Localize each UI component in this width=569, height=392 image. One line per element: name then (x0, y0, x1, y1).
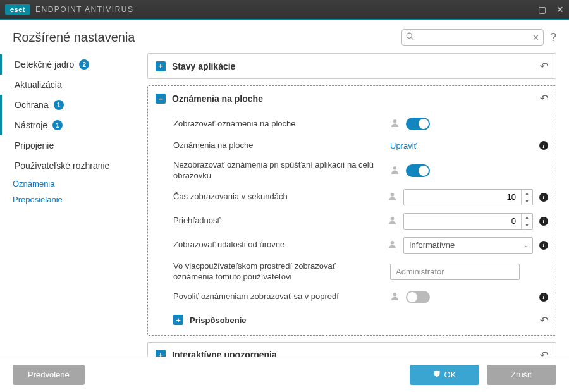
level-select[interactable]: Informatívne ⌄ (403, 237, 533, 254)
ok-button[interactable]: OK (410, 365, 479, 385)
toggle-fullscreen-suppress[interactable] (406, 164, 430, 177)
sidebar-item-label: Nástroje (15, 120, 47, 130)
step-up-icon[interactable]: ▲ (522, 190, 532, 198)
defaults-button[interactable]: Predvolené (13, 365, 85, 385)
row-transparency: Priehľadnosť ▲ ▼ i (148, 209, 556, 233)
content: + Stavy aplikácie ↶ – Oznámenia na ploch… (136, 51, 569, 357)
product-name: ENDPOINT ANTIVIRUS (35, 5, 133, 14)
collapse-icon: – (156, 94, 166, 104)
sidebar-item-update[interactable]: Aktualizácia (0, 75, 136, 95)
sidebar-item-label: Pripojenie (15, 140, 54, 150)
controls (390, 164, 548, 177)
info-icon[interactable]: i (539, 217, 548, 226)
sidebar-subitem-label: Preposielanie (13, 195, 63, 204)
spinner: ▲ ▼ (521, 214, 532, 229)
shield-icon (433, 370, 441, 379)
row-fullscreen-suppress: Nezobrazovať oznámenia pri spúšťaní apli… (148, 156, 556, 185)
spinner: ▲ ▼ (521, 190, 532, 205)
titlebar: eset ENDPOINT ANTIVIRUS ▢ ✕ (0, 0, 569, 19)
multiuser-input[interactable] (390, 264, 520, 280)
sidebar-item-label: Používateľské rozhranie (15, 161, 109, 171)
expand-icon: + (156, 350, 166, 357)
sidebar-item-protection[interactable]: Ochrana 1 (0, 95, 136, 115)
sidebar-item-connection[interactable]: Pripojenie (0, 135, 136, 156)
user-icon (388, 216, 397, 227)
section-header-app-states[interactable]: + Stavy aplikácie ↶ (148, 54, 556, 78)
search-wrap: ✕ (401, 29, 544, 46)
transparency-input[interactable] (404, 214, 521, 229)
chevron-down-icon: ⌄ (523, 242, 529, 248)
toggle-show-desktop-notif[interactable] (406, 118, 430, 130)
row-seconds: Čas zobrazovania v sekundách ▲ ▼ (148, 185, 556, 209)
close-icon[interactable]: ✕ (556, 4, 564, 15)
window-controls: ▢ ✕ (538, 4, 564, 15)
sidebar-subitem-notifications[interactable]: Oznámenia (0, 176, 136, 192)
section-title: Interaktívne upozornenia (172, 350, 277, 357)
section-app-states: + Stavy aplikácie ↶ (147, 53, 556, 79)
svg-point-0 (407, 33, 412, 38)
user-icon (390, 165, 400, 176)
sidebar: Detekčné jadro 2 Aktualizácia Ochrana 1 … (0, 51, 136, 357)
row-label: Oznámenia na ploche (173, 140, 384, 151)
svg-point-6 (391, 241, 395, 245)
sidebar-item-detection-core[interactable]: Detekčné jadro 2 (0, 54, 136, 75)
row-label: Čas zobrazovania v sekundách (173, 192, 381, 202)
sidebar-item-label: Aktualizácia (15, 80, 62, 90)
search-input[interactable] (401, 29, 544, 46)
undo-icon[interactable]: ↶ (540, 349, 548, 357)
section-desktop-notifications: – Oznámenia na ploche ↶ Zobrazovať oznám… (147, 85, 556, 336)
step-down-icon[interactable]: ▼ (522, 197, 532, 205)
subsection-title: Prispôsobenie (190, 315, 247, 325)
transparency-field: ▲ ▼ (403, 213, 533, 230)
row-show-desktop-notif: Zobrazovať oznámenia na ploche (148, 113, 556, 135)
undo-icon[interactable]: ↶ (540, 314, 548, 326)
maximize-icon[interactable]: ▢ (538, 4, 546, 15)
step-down-icon[interactable]: ▼ (522, 221, 532, 229)
sidebar-item-ui[interactable]: Používateľské rozhranie (0, 156, 136, 176)
subsection-customization[interactable]: + Prispôsobenie ↶ (148, 308, 556, 328)
expand-icon: + (156, 61, 166, 71)
section-header-interactive[interactable]: + Interaktívne upozornenia ↶ (148, 343, 556, 357)
row-label: Priehľadnosť (173, 216, 381, 226)
section-header-desktop-notif[interactable]: – Oznámenia na ploche ↶ (148, 86, 556, 111)
badge: 1 (54, 100, 64, 110)
edit-link[interactable]: Upraviť (390, 141, 417, 150)
help-icon[interactable]: ? (550, 31, 556, 44)
info-icon[interactable]: i (539, 193, 548, 202)
badge: 1 (52, 120, 63, 130)
cancel-button[interactable]: Zrušiť (487, 365, 556, 385)
info-icon[interactable]: i (539, 293, 548, 302)
info-icon[interactable]: i (539, 141, 548, 150)
clear-search-icon[interactable]: ✕ (532, 33, 539, 42)
controls: ▲ ▼ i (388, 189, 548, 205)
sidebar-item-tools[interactable]: Nástroje 1 (0, 115, 136, 135)
sidebar-item-label: Detekčné jadro (15, 59, 74, 70)
user-icon (390, 118, 400, 130)
seconds-input[interactable] (404, 190, 521, 205)
sidebar-subitem-label: Oznámenia (13, 179, 54, 188)
section-title: Oznámenia na ploche (172, 94, 263, 104)
svg-point-5 (391, 217, 395, 221)
badge: 2 (79, 59, 89, 70)
row-label: Nezobrazovať oznámenia pri spúšťaní apli… (173, 160, 384, 181)
user-icon (388, 240, 397, 251)
row-label: Vo viacpoužívateľskom prostredí zobrazov… (173, 261, 384, 283)
step-up-icon[interactable]: ▲ (522, 214, 532, 222)
undo-icon[interactable]: ↶ (540, 60, 548, 72)
controls: Upraviť i (390, 141, 548, 150)
button-label: Predvolené (28, 370, 70, 379)
controls: ▲ ▼ i (388, 213, 548, 230)
undo-icon[interactable]: ↶ (540, 92, 548, 104)
toggle-foreground[interactable] (406, 291, 430, 303)
page-title: Rozšírené nastavenia (13, 30, 135, 45)
section-interactive-alerts: + Interaktívne upozornenia ↶ (147, 342, 556, 357)
svg-point-4 (391, 193, 395, 197)
section-body: Zobrazovať oznámenia na ploche Oznámenia… (148, 111, 556, 335)
row-label: Zobrazovať oznámenia na ploche (173, 119, 384, 130)
section-title: Stavy aplikácie (172, 61, 235, 71)
svg-point-2 (393, 119, 397, 123)
controls: Informatívne ⌄ i (388, 237, 548, 254)
row-label: Povoliť oznámeniam zobrazovať sa v popre… (173, 291, 384, 302)
info-icon[interactable]: i (539, 241, 548, 250)
sidebar-subitem-forwarding[interactable]: Preposielanie (0, 192, 136, 207)
